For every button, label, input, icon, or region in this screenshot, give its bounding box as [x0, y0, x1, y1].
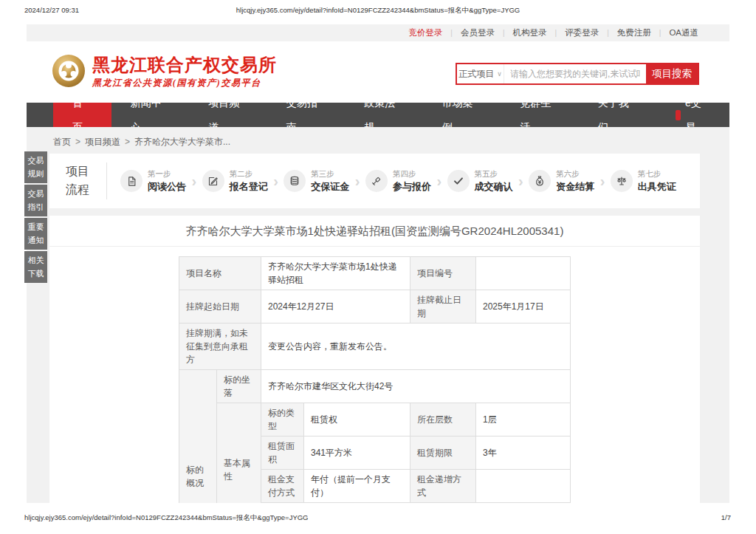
- nav-etrade[interactable]: e交易: [656, 103, 729, 127]
- nav-policy[interactable]: 政策法规: [345, 103, 423, 127]
- topbar-link-org-login[interactable]: 机构登录: [513, 27, 547, 38]
- chevron-right-icon: ›: [273, 174, 278, 188]
- topbar-link-judge-login[interactable]: 评委登录: [565, 27, 599, 38]
- type-label: 标的类型: [261, 403, 304, 437]
- chevron-right-icon: ›: [518, 174, 523, 188]
- process-label: 项目 流程: [66, 162, 107, 199]
- step-no: 第五步: [475, 169, 513, 179]
- chevron-right-icon: ›: [191, 174, 196, 188]
- nav-news[interactable]: 新闻中心: [111, 103, 190, 127]
- tab-label: 通知: [24, 234, 47, 247]
- e-trade-icon: [676, 110, 681, 120]
- step-no: 第四步: [393, 169, 431, 179]
- process-label-line2: 流程: [66, 181, 106, 199]
- step-certificate: 第七步出具凭证: [611, 169, 676, 194]
- step-signup: 第二步报名登记: [202, 169, 268, 194]
- project-name-label: 项目名称: [179, 257, 261, 290]
- step-name: 阅读公告: [148, 180, 186, 194]
- project-no-value: [476, 257, 571, 290]
- chevron-right-icon: ›: [436, 174, 441, 188]
- project-no-label: 项目编号: [410, 257, 476, 290]
- breadcrumb-projects[interactable]: 项目频道: [85, 137, 120, 147]
- step-no: 第二步: [230, 169, 268, 179]
- sidebar-tab-downloads[interactable]: 相关 下载: [24, 251, 47, 283]
- tab-label: 重要: [24, 221, 47, 233]
- step-name: 报名登记: [230, 180, 268, 194]
- check-icon: [447, 170, 470, 192]
- divider: |: [450, 29, 453, 37]
- logo-title: 黑龙江联合产权交易所: [92, 55, 277, 75]
- nav-party[interactable]: 党群生活: [501, 103, 579, 127]
- print-url-bottom: hljcqjy.ejy365.com/ejy/detail?infoId=N01…: [24, 513, 309, 523]
- step-name: 资金结算: [556, 180, 594, 194]
- topbar-link-oa[interactable]: OA通道: [669, 27, 698, 38]
- project-name-value: 齐齐哈尔大学大学菜市场1处快递驿站招租: [261, 257, 410, 290]
- nav-cases[interactable]: 市场案例: [423, 103, 501, 127]
- step-bid: 第四步参与报价: [365, 169, 431, 194]
- main-nav: 首页 新闻中心 项目频道 交易指南 政策法规 市场案例 党群生活 关于我们 e交…: [27, 103, 729, 127]
- search-category-select[interactable]: 正式项目 ∨: [457, 64, 504, 83]
- site-logo[interactable]: 黑龙江联合产权交易所 黑龙江省公共资源(国有资产)交易平台: [52, 54, 277, 91]
- sidebar-tab-notice[interactable]: 重要 通知: [24, 218, 47, 250]
- side-tabs: 交易 规则 交易 指引 重要 通知 相关 下载: [24, 151, 47, 284]
- step-no: 第六步: [556, 169, 594, 179]
- deposit-value: 成交年租金的10%: [476, 503, 571, 504]
- process-panel: 项目 流程 第一步阅读公告 › 第二步报名登记 › 第三步交保证金 ›: [49, 154, 700, 208]
- tab-label: 交易: [24, 154, 47, 167]
- divider: |: [555, 29, 557, 37]
- decoration-value: 无: [304, 503, 410, 504]
- process-steps: 第一步阅读公告 › 第二步报名登记 › 第三步交保证金 › 第四步参与报价 ›: [107, 169, 700, 194]
- listing-end-value: 2025年1月17日: [476, 290, 571, 324]
- project-detail-panel: 齐齐哈尔大学大学菜市场1处快递驿站招租(国资监测编号GR2024HL200534…: [49, 216, 700, 503]
- search-input[interactable]: [504, 64, 646, 83]
- divider: |: [607, 29, 609, 37]
- topbar-link-bid-login[interactable]: 竞价登录: [408, 27, 442, 38]
- step-confirm: 第五步成交确认: [447, 169, 513, 194]
- floor-label: 所在层数: [410, 403, 476, 437]
- step-name: 出具凭证: [638, 180, 676, 194]
- edit-icon: [202, 170, 224, 192]
- step-deposit: 第三步交保证金: [284, 169, 349, 194]
- step-no: 第一步: [148, 169, 186, 179]
- tab-label: 下载: [24, 267, 47, 280]
- area-value: 341平方米: [304, 437, 410, 470]
- document-icon: [120, 170, 142, 192]
- sidebar-tab-trade-rules[interactable]: 交易 规则: [24, 151, 47, 183]
- sidebar-tab-trade-guide[interactable]: 交易 指引: [24, 185, 47, 216]
- listing-end-label: 挂牌截止日期: [410, 290, 476, 324]
- tab-label: 交易: [24, 188, 47, 200]
- search-category-value: 正式项目: [458, 68, 494, 81]
- floor-value: 1层: [476, 403, 571, 437]
- tab-label: 指引: [24, 201, 47, 213]
- nav-home[interactable]: 首页: [53, 103, 111, 127]
- topbar-link-register[interactable]: 免费注册: [617, 27, 651, 38]
- payment-value: 年付（提前一个月支付）: [304, 470, 410, 503]
- basic-attr-label: 基本属性: [217, 403, 261, 504]
- nav-about[interactable]: 关于我们: [579, 103, 657, 127]
- breadcrumb-separator: >: [125, 137, 130, 147]
- step-no: 第七步: [638, 169, 676, 179]
- term-value: 3年: [476, 437, 571, 470]
- logo-subtitle: 黑龙江省公共资源(国有资产)交易平台: [92, 77, 277, 89]
- gavel-icon: [365, 170, 388, 192]
- breadcrumb-home[interactable]: 首页: [53, 137, 71, 147]
- nav-projects[interactable]: 项目频道: [189, 103, 267, 127]
- decoration-label: 装修期限: [261, 503, 304, 504]
- process-label-line1: 项目: [66, 162, 106, 181]
- divider: |: [659, 29, 662, 37]
- project-search-box: 正式项目 ∨ 项目搜索: [456, 63, 699, 85]
- breadcrumb-current: 齐齐哈尔大学大学菜市...: [134, 137, 230, 147]
- nav-trade-guide[interactable]: 交易指南: [267, 103, 346, 127]
- step-settle: 第六步资金结算: [529, 169, 594, 194]
- search-button[interactable]: 项目搜索: [646, 64, 698, 83]
- overview-label: 标的概况: [179, 370, 217, 504]
- location-label: 标的坐落: [217, 370, 261, 403]
- divider: |: [503, 29, 505, 37]
- print-url-top: hljcqjy.ejy365.com/ejy/detail?infoId=N01…: [0, 6, 756, 16]
- step-no: 第三步: [311, 169, 349, 179]
- location-value: 齐齐哈尔市建华区文化大街42号: [261, 370, 571, 403]
- coins-icon: [284, 170, 306, 192]
- logo-text: 黑龙江联合产权交易所 黑龙江省公共资源(国有资产)交易平台: [92, 55, 277, 89]
- topbar-link-member-login[interactable]: 会员登录: [461, 27, 495, 38]
- listing-start-value: 2024年12月27日: [261, 290, 410, 324]
